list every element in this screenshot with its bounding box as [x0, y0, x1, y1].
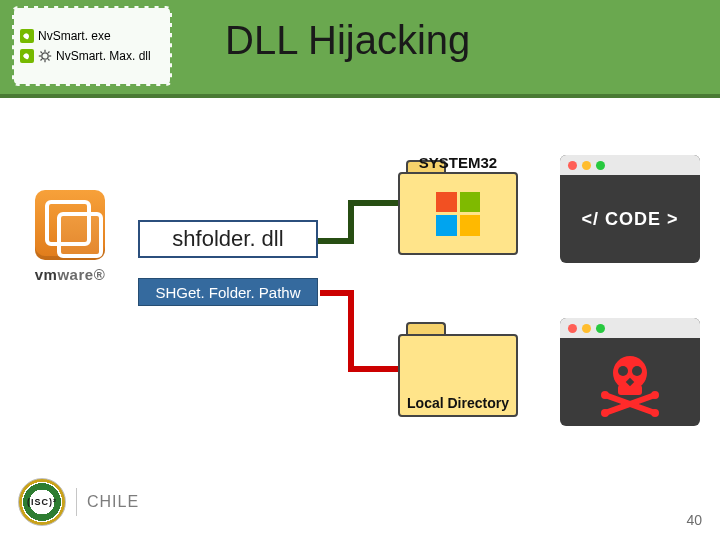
isc2-badge-icon: (ISC)² [18, 478, 66, 526]
page-number: 40 [686, 512, 702, 528]
svg-point-18 [601, 409, 609, 417]
dll-file-label: shfolder. dll [172, 226, 283, 252]
gear-icon [38, 49, 52, 63]
svg-line-5 [41, 52, 43, 54]
vmware-box-icon [35, 190, 105, 260]
folder-label: SYSTEM32 [419, 154, 497, 171]
dll-function-box: SHGet. Folder. Pathw [138, 278, 318, 306]
window-traffic-lights-icon [560, 318, 700, 338]
chapter-name: CHILE [87, 493, 139, 511]
separator [76, 488, 77, 516]
file-list-box: NvSmart. exe NvSmart. Max. dll [12, 6, 172, 86]
connector-line [348, 366, 404, 372]
code-panel: </ CODE > [560, 155, 700, 263]
vmware-prefix: vm [35, 266, 58, 283]
windows-logo-icon [436, 192, 480, 236]
window-traffic-lights-icon [560, 155, 700, 175]
connector-line [348, 200, 354, 244]
file-name: NvSmart. exe [38, 29, 111, 43]
slide-title: DLL Hijacking [225, 18, 470, 63]
vmware-logo: vmware® [20, 190, 120, 283]
svg-point-19 [651, 409, 659, 417]
svg-rect-10 [618, 385, 642, 395]
dll-file-box: shfolder. dll [138, 220, 318, 258]
svg-point-17 [651, 391, 659, 399]
footer-brand: (ISC)² CHILE [18, 478, 139, 526]
svg-line-6 [48, 59, 50, 61]
file-name: NvSmart. Max. dll [56, 49, 151, 63]
svg-line-7 [48, 52, 50, 54]
svg-point-0 [42, 53, 48, 59]
dll-function-label: SHGet. Folder. Pathw [155, 284, 300, 301]
isc2-badge-text: (ISC)² [27, 497, 57, 507]
local-directory-folder: Local Directory [398, 322, 518, 417]
vmware-suffix: ware [57, 266, 93, 283]
nvidia-icon [20, 29, 34, 43]
malicious-panel [560, 318, 700, 426]
file-row: NvSmart. Max. dll [20, 49, 164, 63]
file-row: NvSmart. exe [20, 29, 164, 43]
nvidia-icon [20, 49, 34, 63]
skull-crossbones-icon [560, 338, 700, 426]
svg-line-8 [41, 59, 43, 61]
connector-line [348, 290, 354, 372]
svg-point-11 [618, 366, 628, 376]
svg-point-16 [601, 391, 609, 399]
svg-point-12 [632, 366, 642, 376]
system32-folder: SYSTEM32 [398, 160, 518, 255]
vmware-wordmark: vmware® [20, 266, 120, 283]
folder-label: Local Directory [407, 395, 509, 411]
code-panel-text: </ CODE > [560, 175, 700, 263]
